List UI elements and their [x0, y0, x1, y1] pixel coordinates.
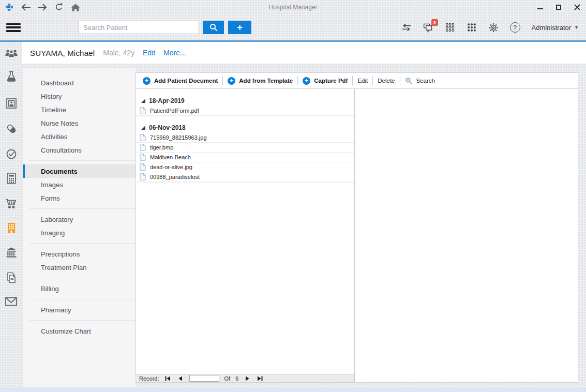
date-group-header[interactable]: 06-Nov-2018: [136, 123, 354, 133]
patient-more-link[interactable]: More...: [163, 49, 186, 57]
document-row[interactable]: Maldiven-Beach: [136, 153, 354, 162]
maximize-button[interactable]: [553, 2, 564, 13]
search-documents-button[interactable]: Search: [400, 74, 440, 87]
module-rail: [0, 42, 22, 388]
nav-item-treatment-plan[interactable]: Treatment Plan: [23, 261, 136, 274]
nav-item-label: Prescriptions: [25, 250, 80, 258]
file-name: 715969_88215963.jpg: [150, 134, 207, 141]
add-patient-button[interactable]: +: [228, 21, 251, 34]
nav-item-laboratory[interactable]: Laboratory: [23, 213, 136, 226]
record-number-input[interactable]: [189, 375, 219, 382]
next-record-button[interactable]: [244, 375, 251, 382]
document-list: 18-Apr-2019 PatientPdfForm.pdf06-Nov-201…: [136, 89, 354, 374]
file-name: dead-or-alive.jpg: [150, 164, 192, 170]
nav-item-billing[interactable]: Billing: [23, 282, 136, 295]
nav-item-label: Customize Chart: [25, 327, 91, 335]
documents-panel: + Add Patient Document + Add from Templa…: [136, 72, 578, 383]
record-total: 6: [235, 375, 238, 382]
nav-item-label: Treatment Plan: [25, 264, 86, 272]
settings-gear-icon[interactable]: [488, 22, 499, 33]
patient-search-input[interactable]: [79, 21, 199, 34]
nav-item-label: Forms: [25, 194, 60, 202]
add-patient-document-button[interactable]: + Add Patient Document: [138, 74, 222, 87]
nav-item-label: Dashboard: [25, 79, 74, 87]
nav-item-forms[interactable]: Forms: [23, 191, 136, 205]
patients-icon[interactable]: [0, 49, 22, 58]
messages-icon[interactable]: 3: [423, 22, 433, 33]
plus-icon: +: [228, 77, 235, 85]
last-record-button[interactable]: [256, 375, 263, 382]
patient-demographics: Male, 42y: [103, 49, 134, 57]
minimize-button[interactable]: [534, 2, 546, 13]
nav-item-prescriptions[interactable]: Prescriptions: [23, 247, 136, 261]
apps-grid-outline-icon[interactable]: [445, 22, 455, 33]
nav-item-timeline[interactable]: Timeline: [23, 103, 136, 116]
medication-pill-icon[interactable]: [0, 123, 22, 135]
titlebar: Hospital Manager: [0, 0, 586, 14]
file-icon: [140, 134, 146, 141]
document-row[interactable]: 715969_88215963.jpg: [136, 133, 354, 143]
cart-icon[interactable]: [0, 197, 22, 209]
tasks-check-icon[interactable]: [0, 148, 22, 160]
bank-icon[interactable]: [0, 247, 22, 258]
date-group: 06-Nov-2018 715969_88215963.jpg tiger.bm…: [136, 123, 354, 183]
nav-item-label: Billing: [25, 285, 59, 293]
photo-id-icon[interactable]: [0, 98, 22, 109]
nav-separator: [29, 243, 136, 244]
edit-button[interactable]: Edit: [353, 74, 372, 87]
nav-item-consultations[interactable]: Consultations: [23, 143, 136, 157]
date-group-header[interactable]: 18-Apr-2019: [136, 96, 354, 106]
nav-item-dashboard[interactable]: Dashboard: [23, 76, 136, 89]
plus-icon: +: [143, 77, 151, 85]
nav-item-label: Pharmacy: [25, 306, 71, 314]
window-title: Hospital Manager: [0, 4, 586, 11]
documents-toolbar: + Add Patient Document + Add from Templa…: [136, 73, 578, 89]
nav-item-images[interactable]: Images: [23, 178, 136, 191]
nav-separator: [29, 278, 136, 278]
hospital-building-icon[interactable]: [0, 222, 22, 234]
add-from-template-button[interactable]: + Add from Template: [223, 74, 297, 87]
user-menu[interactable]: Administrator ▼: [532, 24, 579, 32]
document-row[interactable]: tiger.bmp: [136, 143, 354, 153]
nav-item-customize-chart[interactable]: Customize Chart: [23, 324, 136, 338]
nav-item-pharmacy[interactable]: Pharmacy: [23, 303, 136, 316]
document-row[interactable]: PatientPdfForm.pdf: [136, 106, 354, 116]
nav-item-label: Imaging: [25, 229, 65, 237]
documents-copy-icon[interactable]: [0, 272, 22, 284]
file-name: PatientPdfForm.pdf: [150, 108, 199, 114]
search-button[interactable]: [203, 21, 224, 34]
mail-icon[interactable]: [0, 296, 22, 307]
document-list-panel: 18-Apr-2019 PatientPdfForm.pdf06-Nov-201…: [136, 89, 355, 382]
record-navigator: Record: Of 6: [136, 374, 354, 382]
nav-item-label: Nurse Notes: [25, 119, 78, 127]
patient-edit-link[interactable]: Edit: [143, 49, 155, 57]
document-row[interactable]: 00988_paradiselost: [136, 172, 354, 182]
nav-item-imaging[interactable]: Imaging: [23, 226, 136, 239]
apps-grid-filled-icon[interactable]: [467, 22, 477, 33]
help-icon[interactable]: ?: [510, 22, 520, 33]
close-button[interactable]: [572, 2, 583, 13]
main-toolbar: + 3: [0, 14, 586, 40]
delete-button[interactable]: Delete: [373, 74, 399, 87]
chevron-down-icon: ▼: [574, 25, 579, 30]
transfer-icon[interactable]: [401, 22, 412, 33]
lab-flask-icon[interactable]: [0, 70, 22, 83]
nav-list: DashboardHistoryTimelineNurse NotesActiv…: [23, 76, 136, 338]
previous-record-button[interactable]: [177, 375, 184, 382]
calculator-icon[interactable]: [0, 172, 22, 185]
nav-item-activities[interactable]: Activities: [23, 130, 136, 143]
nav-item-documents[interactable]: Documents: [23, 164, 136, 178]
group-date-label: 18-Apr-2019: [149, 97, 185, 104]
document-preview-panel: [355, 89, 578, 382]
nav-item-label: Activities: [25, 133, 67, 141]
nav-item-label: Documents: [25, 168, 78, 175]
collapse-triangle-icon: [141, 126, 145, 130]
nav-item-nurse-notes[interactable]: Nurse Notes: [23, 116, 136, 130]
nav-item-label: History: [25, 93, 62, 100]
capture-pdf-button[interactable]: + Capture Pdf: [298, 74, 352, 87]
nav-item-history[interactable]: History: [23, 89, 136, 103]
document-row[interactable]: dead-or-alive.jpg: [136, 162, 354, 172]
first-record-button[interactable]: [164, 375, 172, 382]
file-icon: [140, 144, 146, 151]
menu-icon[interactable]: [6, 23, 21, 32]
